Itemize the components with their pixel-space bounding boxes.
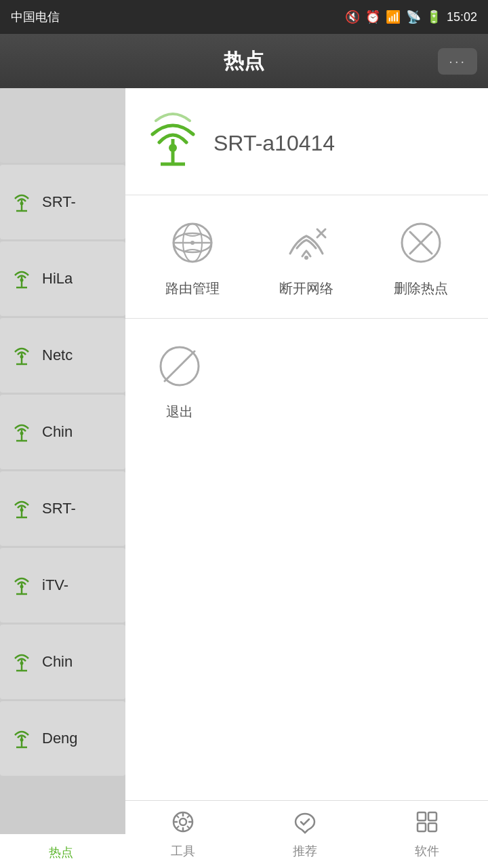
svg-point-31 <box>190 241 195 245</box>
carrier-text: 中国电信 <box>11 9 60 25</box>
svg-rect-53 <box>418 812 426 821</box>
popup-panel: SRT-a10414 路由管理 <box>125 88 488 834</box>
wifi-icon: 📶 <box>386 9 401 24</box>
nav-label-software: 软件 <box>415 843 439 859</box>
disconnect-button[interactable]: 断开网络 <box>253 216 360 298</box>
wifi-name-0: SRT- <box>42 193 76 211</box>
nav-item-recommend[interactable]: 推荐 <box>244 801 366 868</box>
antenna-icon-6 <box>9 648 34 677</box>
delete-hotspot-label: 删除热点 <box>394 279 448 298</box>
software-nav-icon <box>415 810 439 839</box>
exit-label: 退出 <box>166 403 193 421</box>
wifi-item-4[interactable]: SRT- <box>0 471 125 546</box>
svg-point-17 <box>20 585 24 588</box>
wifi-name-3: Chin <box>42 423 73 441</box>
wifi-name-6: Chin <box>42 653 73 671</box>
nav-item-software[interactable]: 软件 <box>366 801 488 868</box>
svg-line-49 <box>176 815 179 818</box>
svg-point-26 <box>169 144 177 152</box>
router-manage-button[interactable]: 路由管理 <box>139 216 246 298</box>
wifi-name-2: Netc <box>42 347 73 364</box>
wifi-name-7: Deng <box>42 730 78 747</box>
network-big-antenna-icon <box>146 108 200 178</box>
wifi-item-6[interactable]: Chin <box>0 625 125 699</box>
wifi-name-4: SRT- <box>42 500 76 517</box>
status-bar: 中国电信 🔇 ⏰ 📶 📡 🔋 15:02 <box>0 0 488 34</box>
title-bar: 热点 ··· <box>0 34 488 88</box>
svg-point-8 <box>20 355 24 358</box>
exit-button[interactable]: 退出 <box>139 339 220 421</box>
wifi-item-0[interactable]: SRT- <box>0 165 125 239</box>
svg-line-39 <box>165 351 195 381</box>
svg-point-5 <box>20 278 24 281</box>
wifi-item-7[interactable]: Deng <box>0 701 125 776</box>
wifi-list: SRT- HiLa <box>0 88 125 834</box>
wifi-item-5[interactable]: iTV- <box>0 548 125 623</box>
alarm-icon: ⏰ <box>365 9 380 24</box>
recommend-nav-icon <box>293 810 317 839</box>
svg-point-11 <box>20 431 24 435</box>
wifi-item-2[interactable]: Netc <box>0 318 125 393</box>
wifi-item-1[interactable]: HiLa <box>0 241 125 316</box>
svg-point-32 <box>304 256 308 260</box>
page-title: 热点 <box>224 47 264 75</box>
network-name-text: SRT-a10414 <box>214 131 335 156</box>
main-content: SRT- HiLa <box>0 88 488 834</box>
wifi-item-empty[interactable] <box>0 88 125 163</box>
action-buttons-row: 路由管理 断开网络 <box>125 195 488 319</box>
router-manage-label: 路由管理 <box>165 279 220 298</box>
exit-icon <box>152 339 207 393</box>
disconnect-icon <box>279 216 333 270</box>
more-button[interactable]: ··· <box>438 48 477 75</box>
svg-point-14 <box>20 508 24 511</box>
svg-rect-54 <box>428 812 436 821</box>
wifi-name-5: iTV- <box>42 576 68 594</box>
antenna-icon-5 <box>9 571 34 600</box>
svg-point-44 <box>180 818 186 825</box>
svg-rect-55 <box>418 823 426 831</box>
nav-label-tools: 工具 <box>171 843 195 859</box>
svg-point-20 <box>20 661 24 665</box>
svg-line-51 <box>187 815 190 818</box>
silent-icon: 🔇 <box>345 9 360 24</box>
svg-point-2 <box>20 201 24 205</box>
nav-label-recommend: 推荐 <box>293 843 317 859</box>
network-header: SRT-a10414 <box>125 88 488 195</box>
svg-point-23 <box>20 738 24 741</box>
battery-icon: 🔋 <box>426 9 441 24</box>
svg-line-52 <box>176 826 179 829</box>
router-manage-icon <box>165 216 220 270</box>
antenna-icon-3 <box>9 418 34 447</box>
antenna-icon-7 <box>9 724 34 753</box>
antenna-icon-2 <box>9 341 34 370</box>
time-text: 15:02 <box>447 10 477 24</box>
antenna-icon-1 <box>9 264 34 294</box>
status-right: 🔇 ⏰ 📶 📡 🔋 15:02 <box>345 9 477 24</box>
signal-icon: 📡 <box>406 9 421 24</box>
tools-nav-icon <box>171 810 195 839</box>
wifi-name-1: HiLa <box>42 270 73 288</box>
nav-label-hotspot: 热点 <box>49 844 73 861</box>
svg-line-50 <box>187 826 190 829</box>
exit-row: 退出 <box>125 319 488 441</box>
disconnect-label: 断开网络 <box>279 279 333 298</box>
nav-item-tools[interactable]: 工具 <box>122 801 244 868</box>
antenna-icon-4 <box>9 494 34 524</box>
antenna-icon-0 <box>9 188 34 217</box>
delete-hotspot-button[interactable]: 删除热点 <box>367 216 474 298</box>
wifi-item-3[interactable]: Chin <box>0 395 125 469</box>
delete-hotspot-icon <box>394 216 448 270</box>
svg-rect-56 <box>428 823 436 831</box>
